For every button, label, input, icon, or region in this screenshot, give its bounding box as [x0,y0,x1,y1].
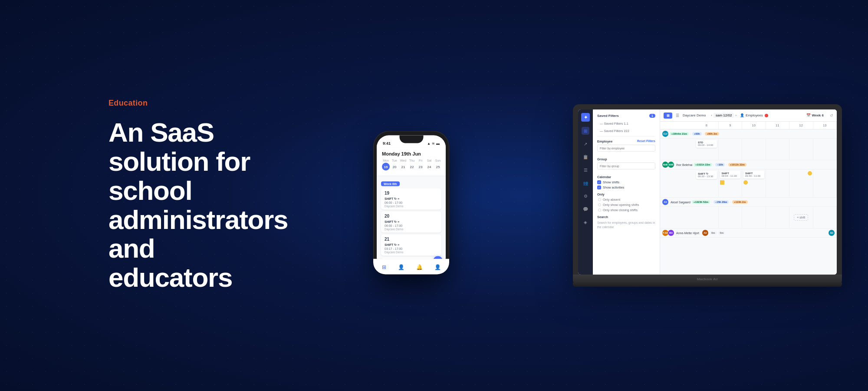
day-header-10: 10 [742,122,766,129]
anne-row-stats: P·AH MH Anne-Mette Hjort AH 0m 0m AH [660,229,837,238]
clv-avatar: CLV [662,131,668,137]
phone-bottom-nav: ⊞ 👤 🔔 👤 [377,259,446,270]
search-description: Search for employees, groups and dates i… [597,221,655,229]
sidebar-settings-icon[interactable]: ⚙ [582,192,589,200]
nhr-stat-2: ~10h [715,163,725,166]
as-cells: + shift [695,207,837,228]
phone-outer: 9:41 ▲ ≋ ▬ Monday 19th Jun Mon [373,131,449,275]
clv-row-header [660,139,695,160]
nhr-avatar-2: NHR [668,162,674,168]
left-panel: Education An SaaS solution for school ad… [0,64,304,328]
group-filter-input[interactable] [597,162,655,169]
week-day-sun: Sun 25 [434,159,442,171]
saved-filter-1[interactable]: — Saved Filters 1.1 [597,120,655,127]
phone-shift-21: 21 SHIFT ↻ ≡ 03:17 - 17:00 Daycare Demo [381,235,441,256]
clv-cell-8: STD 09:00 - 14:00 [695,139,719,160]
show-activities-check [597,186,601,189]
clv-cell-12 [789,139,813,160]
day-header-9: 9 [719,122,743,129]
nhr-row-header [660,169,695,197]
sidebar-people-icon[interactable]: 👥 [582,179,589,187]
view-toggle-btn[interactable]: ▤ [664,113,672,119]
calendar-filter-label: Calendar [597,175,655,179]
prev-date-btn[interactable]: ‹ [711,113,712,117]
anne-stat-1: 0m [710,231,717,235]
only-absent-check [598,198,601,201]
nhr-cell-13 [813,169,837,197]
calendar-body: CLV +18h4m 21m · +93h · +90h 2m [660,129,837,275]
nav-people-icon[interactable]: 👤 [398,264,404,270]
phone-content: Week 6th 19 SHIFT ↻ ≡ 06:00 - 17:00 Dayc… [377,176,446,270]
app-name-label: Daycare Demo [683,113,706,117]
category-label: Education [108,99,269,108]
clv-cell-10 [742,139,766,160]
nav-calendar-icon[interactable]: ⊞ [382,264,386,270]
refresh-icon[interactable]: ↺ [830,113,833,118]
employees-selector[interactable]: 👤 Employees [740,113,768,117]
employees-label: Employees [746,113,763,117]
sidebar-clipboard-icon[interactable]: 📋 [582,153,589,161]
nav-bell-icon[interactable]: 🔔 [416,264,423,270]
reset-filters-link[interactable]: Reset Filters [637,139,655,143]
nav-person-icon[interactable]: 👤 [434,264,441,270]
show-shifts-check [597,180,601,184]
nhr-shift-1[interactable]: SHIFT ↻ 08:30 - 13:30 [696,171,717,179]
battery-icon: ▬ [436,141,440,145]
next-date-btn[interactable]: › [735,113,736,117]
headline-line4: administrators [108,205,288,235]
laptop-device: ✦ ⊞ ↗ 📋 ☰ 👥 ⚙ 💬 ◈ [573,104,842,287]
day-header-11: 11 [766,122,790,129]
search-filter-label: Search [597,215,655,219]
sidebar-chat-icon[interactable]: 💬 [582,205,589,213]
saved-filters-title: Saved Filters 1 [597,114,655,118]
devices-area: 9:41 ▲ ≋ ▬ Monday 19th Jun Mon [304,0,868,391]
sidebar-list-icon[interactable]: ☰ [582,166,589,174]
nhr-avatar-1: NHR [662,162,668,168]
laptop-body: ✦ ⊞ ↗ 📋 ☰ 👥 ⚙ 💬 ◈ [573,104,842,275]
as-add-shift[interactable]: + shift [789,207,813,228]
clv-shifts-row: STD 09:00 - 14:00 [660,139,837,160]
signal-icon: ▲ [427,141,431,145]
nhr-name: Ihor Belehai [676,163,692,166]
ah-avatar: AH [702,230,708,236]
employee-filter-input[interactable] [597,145,655,152]
show-activities-checkbox[interactable]: Show activities [597,186,655,189]
as-stat-3: +119h 2m [732,200,748,204]
phone-shift-19: 19 SHIFT ↻ ≡ 06:00 - 17:00 Daycare Demo [381,189,441,210]
mh-avatar: MH [668,230,674,236]
app-topbar: ▤ ☰ Daycare Demo ‹ sam 12/02 › 👤 [660,109,837,122]
nhr-shift-2[interactable]: SHIFT 09:04 - 11:30 [720,171,741,179]
calendar-day-headers: 8 9 10 11 12 13 [660,122,837,129]
sidebar-diamond-icon[interactable]: ◈ [582,218,589,226]
app-main-content: ▤ ☰ Daycare Demo ‹ sam 12/02 › 👤 [660,109,837,275]
app-filters-panel: Saved Filters 1 — Saved Filters 1.1 — Sa… [593,109,660,275]
clv-shift-std[interactable]: STD 09:00 - 14:00 [696,140,717,148]
only-absent-radio[interactable]: Only absent [597,198,655,202]
anne-name: Anne-Mette Hjort [676,232,699,235]
laptop-screen: ✦ ⊞ ↗ 📋 ☰ 👥 ⚙ 💬 ◈ [578,109,837,275]
show-shifts-checkbox[interactable]: Show shifts [597,180,655,184]
anne-stat-2: 0m [718,231,726,235]
nhr-shift-3[interactable]: SHIFT 09:40 - 11:00 [743,171,764,179]
nhr-shifts-row: SHIFT ↻ 08:30 - 13:30 SHIFT 09:04 - 11:3 [660,169,837,198]
headline-line2: solution for [108,146,250,176]
headline-line3: school [108,176,192,205]
only-opening-radio[interactable]: Only show opening shifts [597,203,655,207]
nhr-cell-12 [789,169,813,197]
sidebar-share-icon[interactable]: ↗ [582,140,589,148]
only-closing-radio[interactable]: Only show closing shifts [597,208,655,212]
week-badge: Week 6th [381,182,400,186]
filter-count-badge: 1 [649,114,655,118]
add-shift-label[interactable]: + shift [794,214,808,221]
employee-filter-label: Employee Reset Filters [597,139,655,143]
menu-icon[interactable]: ☰ [676,113,679,118]
week-day-fri: Fri 23 [417,159,424,171]
as-stat-1: +1323h 52m [692,200,710,204]
week-day-mon: Mon 19 [382,159,390,171]
nhr-stat-3: +1011h 22m [728,163,746,166]
saved-filter-2[interactable]: — Saved Filters 222 [597,128,655,134]
sidebar-schedule-icon[interactable]: ⊞ [582,127,589,135]
as-cell-10 [742,207,766,228]
app-logo: ✦ [581,113,590,122]
as-cell-13 [813,207,837,228]
